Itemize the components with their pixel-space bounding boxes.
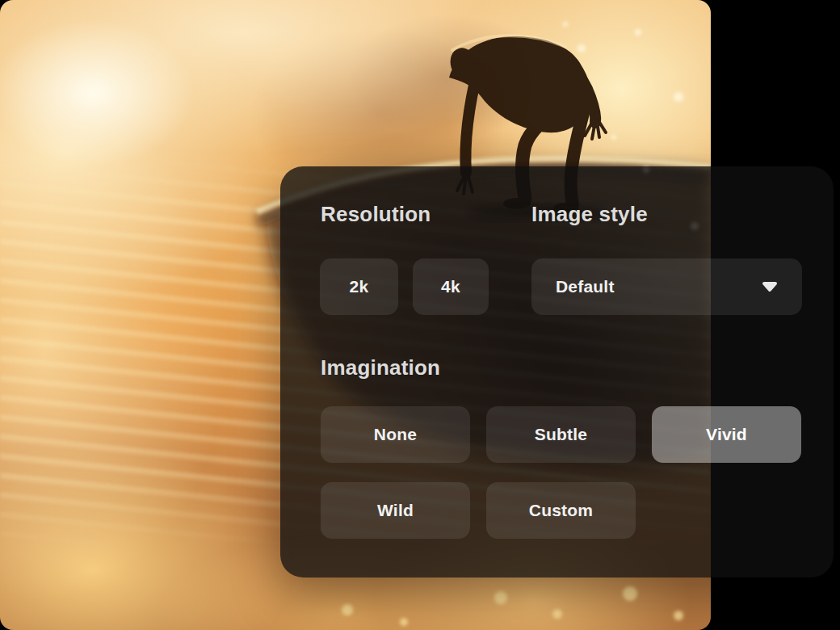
resolution-4k-button[interactable]: 4k xyxy=(413,258,489,315)
imagination-none-button[interactable]: None xyxy=(321,406,470,463)
screen: Resolution Image style 2k 4k Default Ima… xyxy=(0,0,840,630)
imagination-options-grid: None Subtle Vivid Wild Custom xyxy=(321,406,801,539)
image-style-label: Image style xyxy=(531,200,648,228)
imagination-custom-button[interactable]: Custom xyxy=(486,482,636,539)
imagination-wild-button[interactable]: Wild xyxy=(321,482,470,539)
imagination-custom-label: Custom xyxy=(529,501,593,520)
imagination-vivid-label: Vivid xyxy=(706,425,747,444)
resolution-2k-button[interactable]: 2k xyxy=(320,258,398,315)
imagination-vivid-button[interactable]: Vivid xyxy=(652,406,801,463)
image-style-value: Default xyxy=(556,277,615,296)
resolution-2k-label: 2k xyxy=(350,277,369,296)
imagination-subtle-button[interactable]: Subtle xyxy=(486,406,636,463)
chevron-down-icon xyxy=(760,280,779,293)
imagination-none-label: None xyxy=(374,425,417,444)
imagination-label: Imagination xyxy=(321,354,440,381)
imagination-subtle-label: Subtle xyxy=(535,425,587,444)
resolution-4k-label: 4k xyxy=(441,277,460,296)
generation-settings-panel: Resolution Image style 2k 4k Default Ima… xyxy=(280,166,834,578)
imagination-wild-label: Wild xyxy=(377,501,414,520)
image-style-select[interactable]: Default xyxy=(531,258,802,315)
resolution-label: Resolution xyxy=(321,200,430,228)
